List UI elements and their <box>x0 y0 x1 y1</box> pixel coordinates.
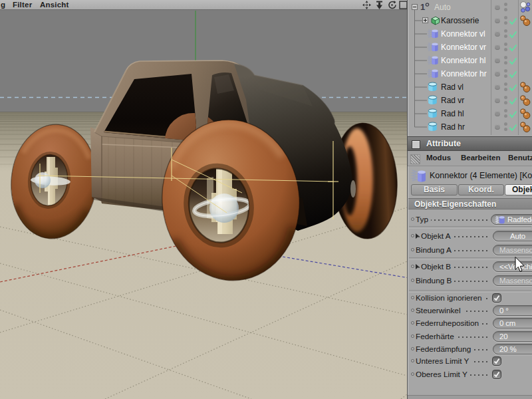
visibility-dot-top[interactable] <box>504 122 507 126</box>
checkbox-checked[interactable] <box>492 370 501 379</box>
visibility-dot-top[interactable] <box>504 16 507 19</box>
key-bullet[interactable] <box>411 248 414 251</box>
visibility-dot-top[interactable] <box>504 43 507 46</box>
layer-dot[interactable] <box>495 5 500 10</box>
om-row-konnektor-hl[interactable]: Konnektor hl <box>408 54 532 67</box>
visibility-dot-top[interactable] <box>504 3 507 6</box>
key-bullet[interactable] <box>411 296 414 299</box>
visibility-dot-bottom[interactable] <box>504 35 507 38</box>
visibility-dot-bottom[interactable] <box>504 88 507 91</box>
value-field[interactable]: <<Verschieden>> <box>493 261 532 272</box>
om-object-label[interactable]: Konnektor vr <box>441 43 486 52</box>
visibility-dot-bottom[interactable] <box>504 101 507 104</box>
enabled-check-icon[interactable] <box>509 31 517 39</box>
layer-dot[interactable] <box>495 111 500 116</box>
visibility-dot-bottom[interactable] <box>504 74 507 78</box>
menu-item-ansicht[interactable]: Ansicht <box>40 1 69 9</box>
value-field[interactable]: 0 cm <box>493 318 532 329</box>
binding-button[interactable]: Massenschwerpunkt <box>493 275 532 286</box>
visibility-dot-bottom[interactable] <box>504 61 507 65</box>
expand-minus-box[interactable] <box>412 4 418 10</box>
dynamics-tag[interactable] <box>519 121 531 133</box>
key-bullet[interactable] <box>411 321 414 325</box>
enabled-check-icon[interactable] <box>509 84 517 92</box>
rotate-icon[interactable] <box>388 1 396 9</box>
key-bullet[interactable] <box>411 309 414 312</box>
om-row-konnektor-vl[interactable]: Konnektor vl <box>408 27 532 41</box>
om-row-konnektor-hr[interactable]: Konnektor hr <box>408 67 532 80</box>
key-bullet[interactable] <box>411 372 414 376</box>
visibility-dot-bottom[interactable] <box>504 128 507 131</box>
attr-menu-modus[interactable]: Modus <box>426 154 451 162</box>
layer-dot[interactable] <box>495 124 500 130</box>
tab-basis[interactable]: Basis <box>411 184 458 196</box>
enabled-check-icon[interactable] <box>509 124 517 132</box>
visibility-dot-bottom[interactable] <box>504 48 507 51</box>
key-bullet[interactable] <box>411 265 414 268</box>
layer-dot[interactable] <box>495 18 500 23</box>
om-row-rad-vr[interactable]: Rad vr <box>408 94 532 107</box>
dynamics-tag[interactable] <box>519 108 531 120</box>
enabled-check-icon[interactable] <box>509 57 517 65</box>
value-field[interactable]: 20 <box>493 331 532 342</box>
enabled-check-icon[interactable] <box>509 70 517 78</box>
om-row-auto[interactable]: 1Auto <box>408 1 532 14</box>
om-object-label[interactable]: Rad hr <box>441 122 465 132</box>
layer-dot[interactable] <box>495 98 500 103</box>
tab-koord[interactable]: Koord. <box>458 184 504 196</box>
om-object-label[interactable]: Konnektor hl <box>441 56 485 65</box>
om-object-label[interactable]: Rad hl <box>441 109 464 118</box>
visibility-dot-top[interactable] <box>504 96 507 99</box>
attr-menu-benutzer[interactable]: Benutzerdaten <box>508 154 532 162</box>
om-row-rad-vl[interactable]: Rad vl <box>408 80 532 94</box>
checkbox-checked[interactable] <box>492 293 501 303</box>
section-header[interactable]: Objekt-Eigenschaften <box>408 198 532 209</box>
visibility-dot-top[interactable] <box>504 109 507 112</box>
dropdown-typ[interactable]: Radfederung <box>491 214 532 225</box>
value-field[interactable]: 20 % <box>493 344 532 354</box>
expand-plus-box[interactable] <box>422 17 428 23</box>
om-object-label[interactable]: Konnektor hr <box>441 69 487 78</box>
menu-item-filter[interactable]: Filter <box>13 1 32 9</box>
pan-icon[interactable] <box>362 1 371 9</box>
key-bullet[interactable] <box>411 234 414 237</box>
layer-dot[interactable] <box>495 71 500 76</box>
om-object-label[interactable]: Rad vr <box>441 96 464 105</box>
layer-dot[interactable] <box>495 58 500 63</box>
om-row-rad-hl[interactable]: Rad hl <box>408 107 532 120</box>
dynamics-tag[interactable] <box>519 94 531 106</box>
attribute-panel-titlebar[interactable]: Attribute <box>408 136 532 151</box>
key-bullet[interactable] <box>411 334 414 338</box>
visibility-dot-bottom[interactable] <box>504 21 507 25</box>
visibility-dot-bottom[interactable] <box>504 8 507 11</box>
dolly-icon[interactable] <box>375 1 384 9</box>
key-bullet[interactable] <box>411 217 414 221</box>
enabled-check-icon[interactable] <box>509 110 517 118</box>
enabled-check-icon[interactable] <box>509 17 517 25</box>
layer-dot[interactable] <box>495 45 500 50</box>
attr-menu-bearbeiten[interactable]: Bearbeiten <box>461 154 500 162</box>
om-row-rad-hr[interactable]: Rad hr <box>408 120 532 134</box>
key-bullet[interactable] <box>411 279 414 282</box>
disclosure-triangle[interactable] <box>416 233 419 239</box>
om-object-label[interactable]: Rad vl <box>441 82 464 92</box>
binding-button[interactable]: Massenschwerpunkt <box>493 245 532 255</box>
menu-item-clipped[interactable]: g <box>1 1 5 9</box>
key-bullet[interactable] <box>411 347 414 350</box>
disclosure-triangle[interactable] <box>416 264 419 269</box>
dynamics-tag[interactable] <box>519 15 531 27</box>
checkbox-checked[interactable] <box>492 356 501 366</box>
drag-handle-icon[interactable] <box>410 154 420 164</box>
om-object-label[interactable]: Karosserie <box>441 16 479 25</box>
om-object-label[interactable]: Konnektor vl <box>441 29 485 39</box>
dynamics-tag[interactable] <box>519 81 531 93</box>
viewport-3d[interactable] <box>0 10 407 399</box>
enabled-check-icon[interactable] <box>509 97 517 105</box>
visibility-dot-top[interactable] <box>504 69 507 72</box>
visibility-dot-bottom[interactable] <box>504 114 507 118</box>
value-field[interactable]: Auto <box>493 231 532 241</box>
om-object-label[interactable]: Auto <box>434 3 451 12</box>
visibility-dot-top[interactable] <box>504 82 507 86</box>
key-bullet[interactable] <box>411 359 414 362</box>
visibility-dot-top[interactable] <box>504 29 507 33</box>
